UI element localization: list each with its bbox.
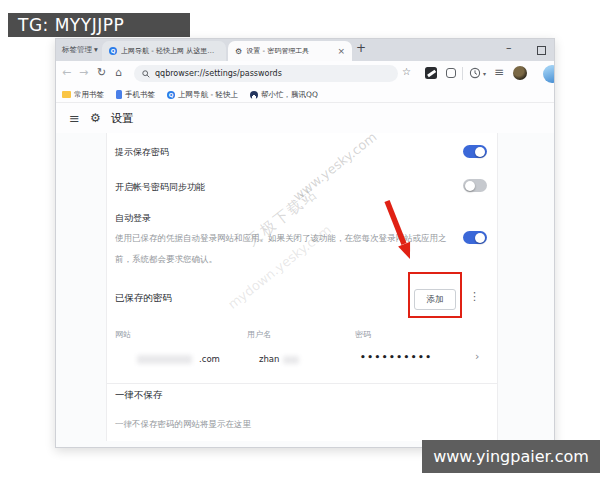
never-save-title: 一律不保存 xyxy=(115,389,163,402)
site-watermark: www.yingpaier.com xyxy=(422,440,600,473)
browser-window: 标签管理 ▾ Q 上网导航 - 轻快上网 从这里开始 ⚙ 设置 - 密码管理工具… xyxy=(55,38,555,448)
qq-tool-icon[interactable] xyxy=(425,67,437,79)
tab-title: 上网导航 - 轻快上网 从这里开始 xyxy=(121,46,219,56)
bookmark-item-nav[interactable]: Q 上网导航 - 轻快上 xyxy=(167,90,238,100)
bookmark-item-folder[interactable]: 常用书签 xyxy=(62,90,104,100)
caret-down-icon[interactable]: ▾ xyxy=(483,70,486,77)
tg-badge: TG: MYYJJPP xyxy=(8,13,190,37)
toggle-row-label: 提示保存密码 xyxy=(115,146,169,159)
minimize-button[interactable]: – xyxy=(506,41,512,54)
tab-manager-label: 标签管理 xyxy=(62,39,92,61)
search-icon xyxy=(142,70,150,78)
bookmark-label: 手机书签 xyxy=(125,90,155,100)
bookmarks-bar: 常用书签 手机书签 Q 上网导航 - 轻快上 帮小忙，腾讯QQ xyxy=(56,87,554,103)
username-redacted-blur xyxy=(283,356,299,364)
toggle-save-password[interactable] xyxy=(463,145,487,158)
settings-content: 提示保存密码 开启帐号密码同步功能 自动登录 使用已保存的凭据自动登录网站和应用… xyxy=(56,133,554,447)
tab-nav-home[interactable]: Q 上网导航 - 轻快上网 从这里开始 xyxy=(102,41,226,61)
history-clock-icon[interactable] xyxy=(469,67,481,79)
tab-settings[interactable]: ⚙ 设置 - 密码管理工具 × xyxy=(228,41,352,61)
caret-down-icon: ▾ xyxy=(94,39,98,61)
tab-strip: 标签管理 ▾ Q 上网导航 - 轻快上网 从这里开始 ⚙ 设置 - 密码管理工具… xyxy=(56,39,554,61)
toolbar-divider xyxy=(462,67,463,80)
tab-manager-button[interactable]: 标签管理 ▾ xyxy=(62,39,98,61)
column-header-username: 用户名 xyxy=(247,329,271,340)
settings-header: ≡ ⚙ 设置 xyxy=(56,103,554,133)
never-save-description: 一律不保存密码的网站将显示在这里 xyxy=(115,419,251,431)
bookmark-label: 常用书签 xyxy=(74,90,104,100)
menu-button[interactable]: ≡ xyxy=(494,65,504,79)
hamburger-menu-button[interactable]: ≡ xyxy=(69,111,80,126)
q-logo-icon: Q xyxy=(167,91,175,99)
bookmark-item-qq[interactable]: 帮小忙，腾讯QQ xyxy=(250,90,318,100)
forward-button[interactable]: → xyxy=(79,66,88,79)
tab-close-button[interactable]: × xyxy=(337,46,345,56)
folder-icon xyxy=(62,91,71,98)
chevron-right-icon[interactable]: › xyxy=(475,350,479,363)
column-header-website: 网站 xyxy=(115,329,131,340)
column-header-password: 密码 xyxy=(355,329,371,340)
browser-toolbar: ← → ↻ ⌂ qqbrowser://settings/passwords ☆… xyxy=(56,61,554,87)
username-cell: zhan xyxy=(259,354,279,364)
extensions-icon[interactable] xyxy=(446,68,456,78)
new-tab-button[interactable]: + xyxy=(356,41,366,55)
website-redacted-blur xyxy=(137,355,192,364)
home-button[interactable]: ⌂ xyxy=(115,66,122,79)
phone-icon xyxy=(116,90,122,99)
bookmark-item-mobile[interactable]: 手机书签 xyxy=(116,90,155,100)
password-table-row[interactable]: .com zhan •••••••••• › xyxy=(107,346,497,376)
page-title: 设置 xyxy=(111,111,134,126)
bookmark-label: 帮小忙，腾讯QQ xyxy=(261,90,318,100)
account-avatar[interactable] xyxy=(543,65,555,83)
gear-icon: ⚙ xyxy=(235,47,242,56)
reload-button[interactable]: ↻ xyxy=(97,66,106,79)
saved-passwords-title: 已保存的密码 xyxy=(115,292,172,305)
password-cell: •••••••••• xyxy=(360,352,433,362)
auto-login-title: 自动登录 xyxy=(115,212,151,225)
address-bar[interactable]: qqbrowser://settings/passwords xyxy=(134,65,398,82)
bookmark-label: 上网导航 - 轻快上 xyxy=(178,90,238,100)
bookmark-star-button[interactable]: ☆ xyxy=(402,66,411,77)
red-arrow-annotation xyxy=(368,193,428,268)
red-highlight-rect xyxy=(408,272,462,318)
toggle-sync-password[interactable] xyxy=(463,179,487,192)
website-cell: .com xyxy=(199,354,220,364)
row-divider xyxy=(107,383,497,384)
maximize-button[interactable] xyxy=(537,46,546,55)
url-text: qqbrowser://settings/passwords xyxy=(155,69,282,78)
gear-icon: ⚙ xyxy=(90,111,101,125)
toggle-row-label: 开启帐号密码同步功能 xyxy=(115,181,205,194)
toggle-auto-login[interactable] xyxy=(463,231,487,244)
profile-avatar[interactable] xyxy=(513,66,527,80)
q-logo-icon: Q xyxy=(109,47,117,55)
tab-title: 设置 - 密码管理工具 xyxy=(246,46,333,56)
back-button[interactable]: ← xyxy=(62,66,71,79)
more-options-button[interactable]: ⋮ xyxy=(469,290,480,303)
penguin-icon xyxy=(250,91,258,99)
